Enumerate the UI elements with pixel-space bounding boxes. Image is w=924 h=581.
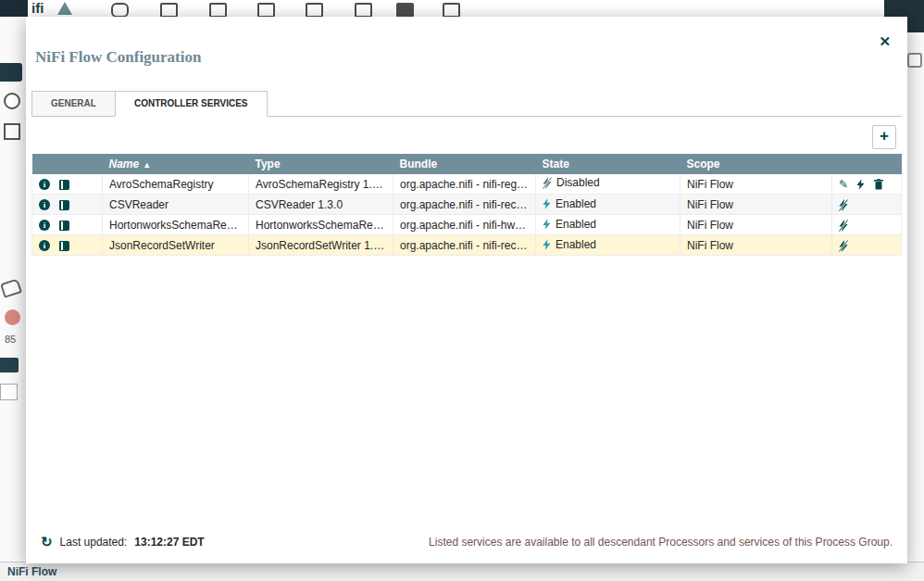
disabled-state-icon — [543, 177, 552, 189]
table-row[interactable]: i AvroSchemaRegistry AvroSchemaRegistry … — [32, 174, 902, 195]
info-icon[interactable]: i — [39, 220, 50, 231]
flow-configuration-dialog: ✕ NiFi Flow Configuration GENERAL CONTRO… — [26, 17, 907, 563]
cell-bundle: org.apache.nifi - nifi-record-ser... — [393, 235, 536, 256]
nifi-top-toolbar: ifi — [0, 0, 924, 17]
cell-scope: NiFi Flow — [681, 215, 832, 235]
fit-control-icon[interactable] — [4, 123, 20, 140]
add-controller-service-button[interactable]: + — [872, 125, 896, 149]
breadcrumb-bar: NiFi Flow — [0, 562, 924, 581]
header-actions-column — [832, 154, 902, 174]
cell-scope: NiFi Flow — [681, 174, 832, 195]
table-row[interactable]: i CSVReader CSVReader 1.3.0 org.apache.n… — [32, 195, 902, 215]
nifi-logo-mark — [57, 2, 72, 15]
chat-bubble-icon[interactable] — [907, 53, 922, 68]
cell-state: Enabled — [536, 235, 681, 256]
cell-state: Enabled — [536, 215, 681, 235]
header-icons-column — [32, 154, 103, 174]
usage-docs-icon[interactable] — [59, 241, 69, 251]
nifi-logo-text: ifi — [31, 0, 44, 16]
table-toolbar: + — [26, 117, 907, 154]
operate-button-fragment[interactable] — [0, 358, 19, 373]
funnel-icon[interactable] — [396, 3, 414, 18]
info-icon[interactable]: i — [39, 240, 50, 251]
cell-scope: NiFi Flow — [681, 235, 832, 256]
enabled-state-icon — [543, 198, 551, 209]
label-icon[interactable] — [443, 3, 460, 18]
scope-message: Listed services are available to all des… — [429, 536, 893, 549]
cell-bundle: org.apache.nifi - nifi-registry-nar — [393, 174, 536, 195]
cell-type: AvroSchemaRegistry 1.3.0 — [249, 174, 393, 195]
controller-services-table: Name▲ Type Bundle State Scope i AvroSche… — [31, 154, 902, 256]
close-icon[interactable]: ✕ — [875, 32, 894, 52]
tab-general[interactable]: GENERAL — [31, 91, 116, 117]
table-header-row: Name▲ Type Bundle State Scope — [32, 154, 902, 174]
input-port-icon[interactable] — [209, 3, 227, 18]
operate-input-fragment[interactable] — [0, 384, 18, 400]
refresh-icon[interactable]: ↻ — [41, 535, 53, 549]
info-icon[interactable]: i — [39, 199, 50, 210]
cell-bundle: org.apache.nifi - nifi-hwx-sche... — [393, 215, 536, 235]
dialog-title: NiFi Flow Configuration — [35, 48, 907, 67]
header-bundle[interactable]: Bundle — [393, 154, 536, 174]
cell-scope: NiFi Flow — [681, 195, 832, 215]
output-port-icon[interactable] — [257, 3, 275, 18]
process-group-badge — [5, 309, 20, 325]
sort-asc-icon: ▲ — [143, 160, 151, 170]
cell-state: Enabled — [536, 195, 681, 215]
cell-name: JsonRecordSetWriter — [103, 235, 249, 256]
disable-icon[interactable] — [839, 199, 848, 211]
info-icon[interactable]: i — [39, 179, 50, 190]
header-scope[interactable]: Scope — [681, 154, 832, 174]
cell-name: AvroSchemaRegistry — [103, 174, 249, 195]
header-name[interactable]: Name▲ — [103, 154, 249, 174]
operate-hand-icon — [0, 278, 22, 297]
cell-bundle: org.apache.nifi - nifi-record-ser... — [393, 195, 536, 215]
process-group-icon[interactable] — [306, 3, 323, 18]
hand-tool-icon[interactable] — [111, 3, 129, 18]
header-type[interactable]: Type — [249, 154, 393, 174]
remote-process-group-icon[interactable] — [355, 3, 372, 18]
dialog-footer: ↻ Last updated: 13:12:27 EDT Listed serv… — [41, 535, 893, 549]
disable-icon[interactable] — [839, 240, 848, 252]
tab-bar: GENERAL CONTROLLER SERVICES — [31, 91, 902, 117]
cell-type: CSVReader 1.3.0 — [249, 195, 393, 215]
tab-controller-services[interactable]: CONTROLLER SERVICES — [115, 91, 268, 117]
last-updated-time: 13:12:27 EDT — [134, 536, 204, 549]
enable-icon[interactable] — [856, 179, 865, 190]
nifi-logo — [0, 0, 28, 17]
navigate-palette-fragment — [0, 63, 22, 82]
enabled-state-icon — [543, 219, 551, 230]
disable-icon[interactable] — [839, 220, 848, 232]
usage-docs-icon[interactable] — [59, 221, 69, 231]
breadcrumb[interactable]: NiFi Flow — [7, 565, 56, 578]
cell-name: HortonworksSchemaRegistry — [103, 215, 249, 235]
stat-count: 85 — [5, 334, 16, 345]
table-row[interactable]: i HortonworksSchemaRegistry HortonworksS… — [32, 215, 902, 235]
last-updated-label: Last updated: — [60, 536, 128, 549]
zoom-control-icon[interactable] — [4, 93, 20, 109]
header-state[interactable]: State — [536, 154, 681, 174]
table-row-selected[interactable]: i JsonRecordSetWriter JsonRecordSetWrite… — [32, 235, 902, 256]
enabled-state-icon — [543, 239, 551, 250]
usage-docs-icon[interactable] — [59, 180, 69, 190]
cell-state: Disabled — [536, 174, 681, 195]
cell-type: HortonworksSchemaRegistry ... — [249, 215, 393, 235]
cell-name: CSVReader — [103, 195, 249, 215]
usage-docs-icon[interactable] — [59, 200, 69, 210]
delete-icon[interactable] — [874, 179, 883, 190]
cell-type: JsonRecordSetWriter 1.3.0 — [249, 235, 393, 256]
edit-icon[interactable]: ✎ — [839, 178, 848, 191]
processor-icon[interactable] — [160, 3, 178, 18]
